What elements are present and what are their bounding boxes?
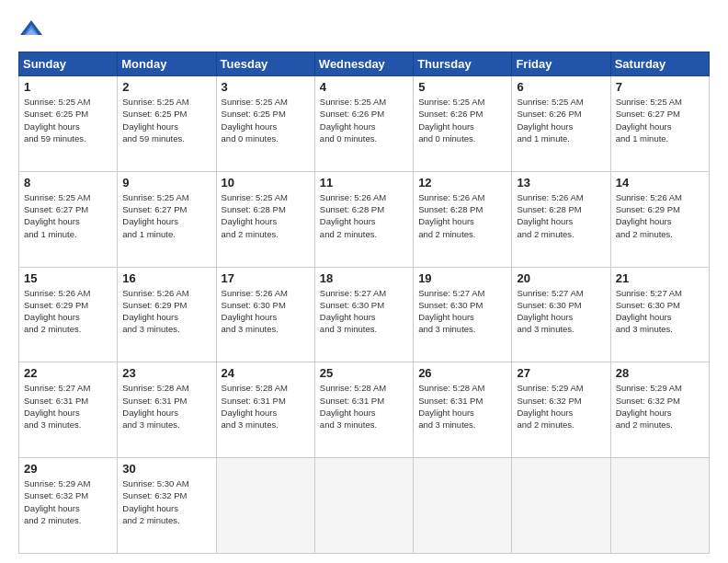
day-info: Sunrise: 5:25 AMSunset: 6:27 PMDaylight …	[122, 191, 210, 240]
calendar-cell: 12Sunrise: 5:26 AMSunset: 6:28 PMDayligh…	[414, 171, 512, 267]
day-number: 22	[24, 366, 112, 380]
day-info: Sunrise: 5:26 AMSunset: 6:29 PMDaylight …	[24, 287, 112, 336]
calendar-cell	[512, 458, 610, 554]
calendar-cell: 5Sunrise: 5:25 AMSunset: 6:26 PMDaylight…	[414, 76, 512, 172]
day-header-saturday: Saturday	[610, 52, 709, 76]
calendar-cell: 22Sunrise: 5:27 AMSunset: 6:31 PMDayligh…	[19, 362, 118, 458]
calendar-cell: 20Sunrise: 5:27 AMSunset: 6:30 PMDayligh…	[512, 267, 610, 362]
day-number: 12	[418, 176, 506, 190]
day-number: 5	[418, 80, 506, 94]
day-info: Sunrise: 5:25 AMSunset: 6:27 PMDaylight …	[616, 96, 704, 144]
calendar-cell: 30Sunrise: 5:30 AMSunset: 6:32 PMDayligh…	[118, 458, 216, 554]
day-info: Sunrise: 5:27 AMSunset: 6:30 PMDaylight …	[616, 287, 704, 336]
day-number: 11	[320, 176, 408, 190]
calendar-cell: 17Sunrise: 5:26 AMSunset: 6:30 PMDayligh…	[216, 267, 314, 362]
day-info: Sunrise: 5:26 AMSunset: 6:29 PMDaylight …	[616, 191, 704, 240]
day-info: Sunrise: 5:26 AMSunset: 6:28 PMDaylight …	[517, 191, 605, 240]
day-header-thursday: Thursday	[414, 52, 512, 76]
calendar-cell: 24Sunrise: 5:28 AMSunset: 6:31 PMDayligh…	[216, 362, 314, 458]
day-header-monday: Monday	[118, 52, 216, 76]
calendar-cell: 11Sunrise: 5:26 AMSunset: 6:28 PMDayligh…	[314, 171, 413, 267]
day-number: 9	[122, 176, 210, 190]
calendar-cell: 15Sunrise: 5:26 AMSunset: 6:29 PMDayligh…	[19, 267, 118, 362]
calendar-cell: 23Sunrise: 5:28 AMSunset: 6:31 PMDayligh…	[118, 362, 216, 458]
day-info: Sunrise: 5:29 AMSunset: 6:32 PMDaylight …	[24, 477, 112, 526]
day-info: Sunrise: 5:29 AMSunset: 6:32 PMDaylight …	[517, 382, 605, 431]
calendar-cell: 14Sunrise: 5:26 AMSunset: 6:29 PMDayligh…	[610, 171, 709, 267]
day-number: 13	[517, 176, 605, 190]
day-number: 27	[517, 366, 605, 380]
day-number: 29	[24, 462, 112, 476]
day-info: Sunrise: 5:28 AMSunset: 6:31 PMDaylight …	[122, 382, 210, 431]
day-info: Sunrise: 5:27 AMSunset: 6:30 PMDaylight …	[517, 287, 605, 336]
calendar-cell: 10Sunrise: 5:25 AMSunset: 6:28 PMDayligh…	[216, 171, 314, 267]
day-header-tuesday: Tuesday	[216, 52, 314, 76]
header	[18, 17, 710, 42]
day-number: 2	[122, 80, 210, 94]
day-header-wednesday: Wednesday	[314, 52, 413, 76]
calendar-week-2: 8Sunrise: 5:25 AMSunset: 6:27 PMDaylight…	[19, 171, 710, 267]
day-number: 28	[616, 366, 704, 380]
calendar-cell	[216, 458, 314, 554]
day-number: 6	[517, 80, 605, 94]
day-number: 4	[320, 80, 408, 94]
day-number: 19	[418, 271, 506, 285]
day-header-friday: Friday	[512, 52, 610, 76]
day-info: Sunrise: 5:25 AMSunset: 6:25 PMDaylight …	[222, 96, 310, 144]
day-info: Sunrise: 5:28 AMSunset: 6:31 PMDaylight …	[222, 382, 310, 431]
calendar-cell: 8Sunrise: 5:25 AMSunset: 6:27 PMDaylight…	[19, 171, 118, 267]
calendar-cell: 21Sunrise: 5:27 AMSunset: 6:30 PMDayligh…	[610, 267, 709, 362]
day-number: 23	[122, 366, 210, 380]
day-number: 24	[222, 366, 310, 380]
day-number: 8	[24, 176, 112, 190]
day-info: Sunrise: 5:25 AMSunset: 6:28 PMDaylight …	[222, 191, 310, 240]
day-info: Sunrise: 5:29 AMSunset: 6:32 PMDaylight …	[616, 382, 704, 431]
day-number: 3	[222, 80, 310, 94]
day-info: Sunrise: 5:26 AMSunset: 6:28 PMDaylight …	[418, 191, 506, 240]
page: SundayMondayTuesdayWednesdayThursdayFrid…	[0, 0, 728, 563]
day-number: 15	[24, 271, 112, 285]
day-number: 20	[517, 271, 605, 285]
day-number: 25	[320, 366, 408, 380]
day-info: Sunrise: 5:25 AMSunset: 6:26 PMDaylight …	[320, 96, 408, 144]
calendar-cell: 29Sunrise: 5:29 AMSunset: 6:32 PMDayligh…	[19, 458, 118, 554]
calendar-week-1: 1Sunrise: 5:25 AMSunset: 6:25 PMDaylight…	[19, 76, 710, 172]
logo	[18, 17, 48, 42]
day-info: Sunrise: 5:26 AMSunset: 6:30 PMDaylight …	[222, 287, 310, 336]
day-number: 10	[222, 176, 310, 190]
day-info: Sunrise: 5:25 AMSunset: 6:26 PMDaylight …	[418, 96, 506, 144]
day-info: Sunrise: 5:28 AMSunset: 6:31 PMDaylight …	[418, 382, 506, 431]
day-info: Sunrise: 5:27 AMSunset: 6:30 PMDaylight …	[320, 287, 408, 336]
day-info: Sunrise: 5:30 AMSunset: 6:32 PMDaylight …	[122, 477, 210, 526]
day-info: Sunrise: 5:27 AMSunset: 6:30 PMDaylight …	[418, 287, 506, 336]
calendar-cell: 13Sunrise: 5:26 AMSunset: 6:28 PMDayligh…	[512, 171, 610, 267]
calendar-cell: 9Sunrise: 5:25 AMSunset: 6:27 PMDaylight…	[118, 171, 216, 267]
day-info: Sunrise: 5:25 AMSunset: 6:25 PMDaylight …	[122, 96, 210, 144]
calendar-table: SundayMondayTuesdayWednesdayThursdayFrid…	[18, 52, 710, 554]
day-info: Sunrise: 5:25 AMSunset: 6:26 PMDaylight …	[517, 96, 605, 144]
calendar-week-4: 22Sunrise: 5:27 AMSunset: 6:31 PMDayligh…	[19, 362, 710, 458]
day-number: 16	[122, 271, 210, 285]
day-number: 18	[320, 271, 408, 285]
day-number: 7	[616, 80, 704, 94]
day-info: Sunrise: 5:26 AMSunset: 6:29 PMDaylight …	[122, 287, 210, 336]
calendar-cell	[314, 458, 413, 554]
calendar-cell: 25Sunrise: 5:28 AMSunset: 6:31 PMDayligh…	[314, 362, 413, 458]
calendar-cell: 18Sunrise: 5:27 AMSunset: 6:30 PMDayligh…	[314, 267, 413, 362]
calendar-cell: 2Sunrise: 5:25 AMSunset: 6:25 PMDaylight…	[118, 76, 216, 172]
calendar-cell: 26Sunrise: 5:28 AMSunset: 6:31 PMDayligh…	[414, 362, 512, 458]
calendar-cell: 16Sunrise: 5:26 AMSunset: 6:29 PMDayligh…	[118, 267, 216, 362]
day-info: Sunrise: 5:26 AMSunset: 6:28 PMDaylight …	[320, 191, 408, 240]
calendar-cell: 1Sunrise: 5:25 AMSunset: 6:25 PMDaylight…	[19, 76, 118, 172]
calendar-cell	[414, 458, 512, 554]
day-number: 1	[24, 80, 112, 94]
logo-icon	[18, 17, 44, 42]
day-number: 30	[122, 462, 210, 476]
calendar-cell: 3Sunrise: 5:25 AMSunset: 6:25 PMDaylight…	[216, 76, 314, 172]
calendar-cell: 28Sunrise: 5:29 AMSunset: 6:32 PMDayligh…	[610, 362, 709, 458]
day-number: 17	[222, 271, 310, 285]
day-info: Sunrise: 5:25 AMSunset: 6:25 PMDaylight …	[24, 96, 112, 144]
day-info: Sunrise: 5:25 AMSunset: 6:27 PMDaylight …	[24, 191, 112, 240]
calendar-cell: 27Sunrise: 5:29 AMSunset: 6:32 PMDayligh…	[512, 362, 610, 458]
calendar-week-5: 29Sunrise: 5:29 AMSunset: 6:32 PMDayligh…	[19, 458, 710, 554]
